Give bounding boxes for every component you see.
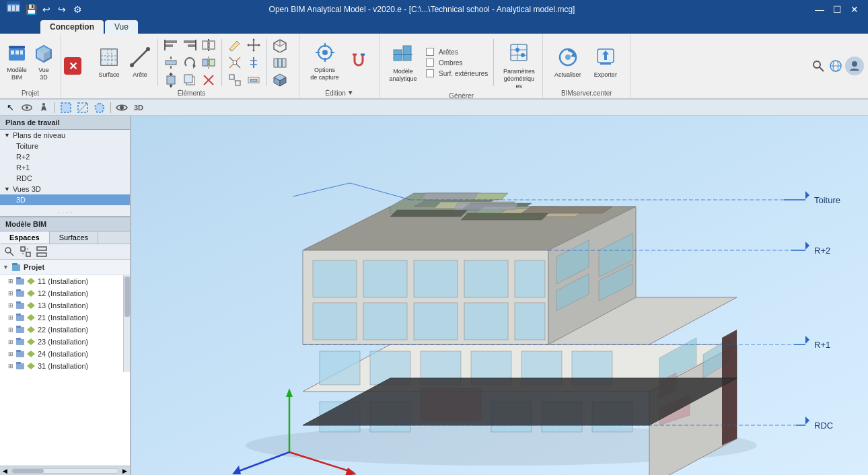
align-right-button[interactable] bbox=[181, 37, 198, 53]
svg-marker-43 bbox=[169, 85, 173, 87]
vues-3d-section[interactable]: ▼ Vues 3D bbox=[0, 184, 130, 194]
options-capture-button[interactable]: Optionsde capture bbox=[308, 36, 342, 87]
3d-view-tool[interactable]: 3D bbox=[131, 101, 146, 114]
align-left-button[interactable] bbox=[162, 37, 180, 53]
edition-expand-btn[interactable]: ▼ bbox=[347, 89, 354, 96]
window-controls: — ☐ ✕ bbox=[811, 3, 863, 16]
delete-button[interactable] bbox=[200, 72, 217, 88]
tree-item-rdc[interactable]: RDC bbox=[0, 173, 130, 184]
generer-group-label: Générer bbox=[449, 92, 474, 100]
tree-item-3d[interactable]: 3D bbox=[0, 194, 130, 205]
bim-item-4[interactable]: ⊞ 22 (Installation) bbox=[0, 324, 130, 336]
svg-point-78 bbox=[322, 50, 328, 55]
svg-marker-181 bbox=[461, 213, 548, 220]
aretes-label: Arêtes bbox=[439, 48, 458, 56]
isometric-button[interactable] bbox=[271, 37, 289, 53]
surf-ext-checkbox[interactable] bbox=[426, 69, 434, 77]
search-icon[interactable] bbox=[810, 58, 826, 74]
tab-espaces[interactable]: Espaces bbox=[0, 231, 50, 244]
tab-conception[interactable]: Conception bbox=[40, 20, 104, 34]
close-button[interactable]: ✕ bbox=[846, 3, 863, 16]
modele-analytique-button[interactable]: Modèleanalytique bbox=[384, 39, 422, 84]
tree-item-r2[interactable]: R+2 bbox=[0, 151, 130, 162]
ombres-checkbox[interactable] bbox=[426, 59, 434, 67]
bim-search-btn[interactable] bbox=[3, 246, 16, 258]
app-logo bbox=[5, 0, 22, 20]
extend-button[interactable] bbox=[245, 54, 262, 71]
view3d-button[interactable] bbox=[271, 72, 289, 88]
dots-expand[interactable]: . . . . bbox=[0, 205, 130, 216]
section-button[interactable] bbox=[271, 54, 289, 71]
flip-button[interactable] bbox=[200, 54, 217, 71]
modele-bim-button[interactable]: ModèleBIM bbox=[4, 42, 30, 83]
move4-button[interactable] bbox=[245, 37, 262, 53]
select-poly-tool[interactable] bbox=[92, 101, 107, 114]
divider1 bbox=[55, 102, 55, 113]
tab-vue[interactable]: Vue bbox=[105, 20, 138, 34]
undo-quick-btn[interactable]: ↩ bbox=[40, 3, 53, 16]
bim-panel: Modèle BIM Espaces Surfaces ▼ bbox=[0, 217, 130, 475]
bim-item-1[interactable]: ⊞ 12 (Installation) bbox=[0, 287, 130, 299]
eye-tool[interactable] bbox=[114, 101, 129, 114]
minimize-button[interactable]: — bbox=[811, 3, 828, 16]
walk-tool[interactable] bbox=[36, 101, 51, 114]
scroll-right-btn[interactable]: ▶ bbox=[120, 468, 130, 474]
move-button[interactable] bbox=[162, 72, 180, 88]
cursor-tool[interactable]: ↖ bbox=[3, 101, 17, 114]
globe-icon[interactable] bbox=[828, 58, 844, 74]
svg-text:R+1: R+1 bbox=[814, 340, 830, 350]
bim-item-7[interactable]: ⊞ 31 (Installation) bbox=[0, 360, 130, 372]
bim-collapse-all-btn[interactable] bbox=[35, 246, 48, 258]
select-cross-tool[interactable] bbox=[75, 101, 90, 114]
svg-rect-192 bbox=[414, 303, 458, 340]
svg-rect-145 bbox=[16, 363, 24, 369]
svg-marker-112 bbox=[95, 103, 104, 112]
rotate-button[interactable] bbox=[181, 54, 198, 71]
bim-tree-root[interactable]: ▼ Projet bbox=[0, 260, 130, 275]
svg-marker-135 bbox=[27, 314, 35, 321]
divider2 bbox=[110, 102, 111, 113]
plans-niveau-section[interactable]: ▼ Plans de niveau bbox=[0, 130, 130, 141]
ribbon-group-bimserver: Actualiser Exporter BIMserver.center bbox=[543, 34, 630, 98]
bim-tree-scrollbar[interactable] bbox=[123, 275, 130, 372]
vue-3d-button[interactable]: Vue3D bbox=[31, 42, 57, 83]
select-box-tool[interactable] bbox=[59, 101, 73, 114]
parametres-geometriques-button[interactable]: Paramètresgéométriques bbox=[499, 39, 538, 91]
bim-item-0[interactable]: ⊞ 11 (Installation) bbox=[0, 275, 130, 287]
orbit-tool[interactable] bbox=[20, 101, 34, 114]
pencil-button[interactable] bbox=[226, 37, 244, 53]
copy-button[interactable] bbox=[181, 72, 198, 88]
bim-item-3[interactable]: ⊞ 21 (Installation) bbox=[0, 312, 130, 324]
stretch-button[interactable] bbox=[162, 54, 180, 71]
trim-button[interactable] bbox=[226, 54, 244, 71]
svg-marker-54 bbox=[247, 44, 249, 46]
save-quick-btn[interactable]: 💾 bbox=[24, 3, 38, 16]
snap-button[interactable] bbox=[226, 72, 244, 88]
split-button[interactable] bbox=[200, 37, 217, 53]
settings-quick-btn[interactable]: ⚙ bbox=[71, 3, 84, 16]
offset-button[interactable] bbox=[245, 72, 262, 88]
surf-ext-label: Surf. extérieures bbox=[439, 70, 488, 77]
aretes-checkbox[interactable] bbox=[426, 48, 434, 56]
svg-rect-117 bbox=[26, 252, 30, 256]
tab-surfaces[interactable]: Surfaces bbox=[50, 231, 98, 244]
scroll-left-btn[interactable]: ◀ bbox=[0, 468, 10, 474]
arete-button[interactable]: Arête bbox=[126, 45, 153, 80]
user-icon[interactable] bbox=[845, 57, 864, 75]
maximize-button[interactable]: ☐ bbox=[829, 3, 845, 16]
svg-point-92 bbox=[515, 48, 519, 52]
bim-expand-all-btn[interactable] bbox=[19, 246, 32, 258]
actualiser-button[interactable]: Actualiser bbox=[551, 45, 585, 80]
bim-item-5[interactable]: ⊞ 23 (Installation) bbox=[0, 336, 130, 348]
bim-tree-scroll-thumb[interactable] bbox=[124, 277, 130, 317]
exporter-button[interactable]: Exporter bbox=[589, 45, 622, 80]
svg-rect-123 bbox=[12, 263, 17, 265]
close-view-button[interactable]: ✕ bbox=[64, 57, 81, 75]
magnet-button[interactable] bbox=[345, 36, 372, 87]
surface-button[interactable]: Surface bbox=[94, 45, 124, 80]
tree-item-toiture[interactable]: Toiture bbox=[0, 141, 130, 151]
bim-item-6[interactable]: ⊞ 24 (Installation) bbox=[0, 348, 130, 360]
redo-quick-btn[interactable]: ↪ bbox=[55, 3, 69, 16]
bim-item-2[interactable]: ⊞ 13 (Installation) bbox=[0, 299, 130, 312]
tree-item-r1[interactable]: R+1 bbox=[0, 162, 130, 173]
